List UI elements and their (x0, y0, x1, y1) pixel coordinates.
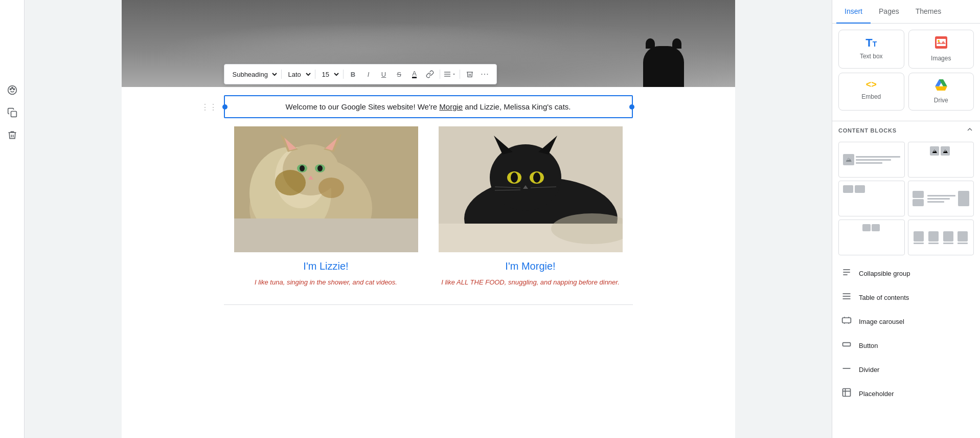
tab-insert[interactable]: Insert (836, 0, 871, 24)
svg-point-20 (317, 165, 323, 171)
button-item[interactable]: Button (834, 334, 978, 357)
placeholder-item[interactable]: Placeholder (834, 382, 978, 405)
cat-silhouette (643, 46, 684, 87)
insert-embed[interactable]: <> Embed (838, 73, 904, 111)
mini-img-4a (913, 191, 924, 198)
svg-rect-53 (843, 389, 851, 397)
placeholder-icon (840, 387, 853, 400)
mini-img-2b: ⛰ (941, 146, 950, 156)
content-blocks-grid: ⛰ ⛰ ⛰ (832, 140, 980, 261)
insert-row-2: <> Embed Drive (838, 73, 974, 111)
divider-item[interactable]: Divider (834, 358, 978, 381)
divider-5 (460, 70, 460, 79)
cats-section: I'm Lizzie! I like tuna, singing in the … (122, 126, 735, 296)
resize-handle-right[interactable] (629, 104, 634, 110)
image-carousel-item[interactable]: Image carousel (834, 310, 978, 333)
block-thumb-5[interactable] (838, 220, 905, 255)
right-panel: Insert Pages Themes TT Text box Images (832, 0, 980, 438)
mini-lines-4 (927, 195, 956, 203)
svg-point-43 (938, 40, 940, 42)
underline-button[interactable]: U (377, 68, 391, 81)
block-thumb-2[interactable]: ⛰ ⛰ (908, 142, 974, 178)
font-select[interactable]: Lato Arial (284, 69, 312, 80)
block-thumb-1[interactable]: ⛰ (838, 142, 905, 178)
mini-img-1: ⛰ (843, 154, 854, 165)
cat-morgie-desc: I like ALL THE FOOD, snuggling, and napp… (441, 278, 620, 286)
mini-img-6d (958, 231, 968, 242)
svg-point-3 (13, 89, 15, 90)
image-carousel-label: Image carousel (859, 318, 904, 325)
table-of-contents-item[interactable]: Table of contents (834, 286, 978, 309)
resize-handle-left[interactable] (222, 104, 227, 110)
insert-drive[interactable]: Drive (908, 73, 974, 111)
svg-point-1 (10, 89, 11, 90)
insert-panel: TT Text box Images <> Embed (832, 24, 980, 121)
text-block-content: Welcome to our Google Sites website! We'… (286, 102, 571, 111)
svg-rect-50 (842, 318, 851, 323)
morgie-link[interactable]: Morgie (439, 102, 463, 111)
cat-column-lizzie: I'm Lizzie! I like tuna, singing in the … (224, 126, 428, 296)
embed-icon: <> (866, 79, 877, 90)
duplicate-button[interactable] (4, 104, 20, 121)
divider-2 (315, 70, 315, 79)
collapsible-group-label: Collapsible group (859, 270, 910, 277)
divider-icon (840, 363, 853, 376)
left-toolbar (0, 0, 25, 438)
cat-column-morgie: I'm Morgie! I like ALL THE FOOD, snuggli… (428, 126, 633, 296)
section-divider (224, 304, 633, 305)
tab-themes[interactable]: Themes (907, 0, 950, 24)
embed-label: Embed (861, 93, 881, 100)
drive-icon (935, 79, 947, 94)
svg-point-32 (511, 172, 518, 183)
content-blocks-header: CONTENT BLOCKS (832, 121, 980, 140)
collapsible-group-item[interactable]: Collapsible group (834, 262, 978, 285)
palette-button[interactable] (4, 82, 20, 98)
bold-button[interactable]: B (346, 68, 360, 81)
more-options-button[interactable]: ··· (478, 68, 492, 81)
mini-img-6a (914, 231, 924, 242)
text-block[interactable]: Welcome to our Google Sites website! We'… (224, 95, 633, 118)
divider-label: Divider (859, 366, 879, 374)
block-thumb-6[interactable] (908, 220, 974, 255)
mini-img-3a (843, 185, 853, 193)
table-of-contents-icon (840, 291, 853, 304)
table-of-contents-label: Table of contents (859, 294, 909, 301)
block-thumb-3[interactable] (838, 181, 905, 216)
delete-format-button[interactable] (463, 68, 477, 81)
button-label: Button (859, 342, 878, 349)
images-icon (935, 36, 947, 52)
font-size-select[interactable]: 15 12 18 24 (318, 69, 340, 80)
link-button[interactable] (423, 68, 437, 81)
button-icon (840, 339, 853, 352)
mini-lines-1 (856, 156, 900, 164)
align-button[interactable] (443, 68, 457, 81)
svg-point-22 (275, 170, 306, 195)
text-color-button[interactable]: A (407, 68, 422, 81)
insert-row-1: TT Text box Images (838, 30, 974, 69)
strikethrough-button[interactable]: S (392, 68, 406, 81)
images-label: Images (931, 55, 951, 62)
cat-lizzie-image (234, 126, 418, 252)
mini-img-3b (855, 185, 865, 193)
block-thumb-4[interactable] (908, 181, 974, 216)
collapsible-group-icon (840, 267, 853, 280)
mini-img-2a: ⛰ (930, 146, 939, 156)
page-content: Subheading Heading Normal text Lato Aria… (122, 0, 735, 438)
svg-point-33 (533, 172, 540, 183)
drag-handle[interactable]: ⋮⋮ (201, 102, 217, 112)
insert-images[interactable]: Images (908, 30, 974, 69)
text-box-label: Text box (860, 53, 883, 60)
mini-img-6b (928, 231, 939, 242)
content-blocks-collapse[interactable] (966, 125, 974, 136)
cat-morgie-name: I'm Morgie! (505, 260, 555, 272)
style-select[interactable]: Subheading Heading Normal text (229, 69, 279, 80)
content-blocks-label: CONTENT BLOCKS (838, 127, 897, 134)
svg-point-23 (318, 178, 344, 198)
tab-pages[interactable]: Pages (871, 0, 907, 24)
delete-button[interactable] (4, 127, 20, 143)
divider-4 (440, 70, 440, 79)
cat-lizzie-desc: I like tuna, singing in the shower, and … (255, 278, 397, 286)
canvas-area: Subheading Heading Normal text Lato Aria… (25, 0, 832, 438)
insert-text-box[interactable]: TT Text box (838, 30, 904, 69)
italic-button[interactable]: I (361, 68, 376, 81)
